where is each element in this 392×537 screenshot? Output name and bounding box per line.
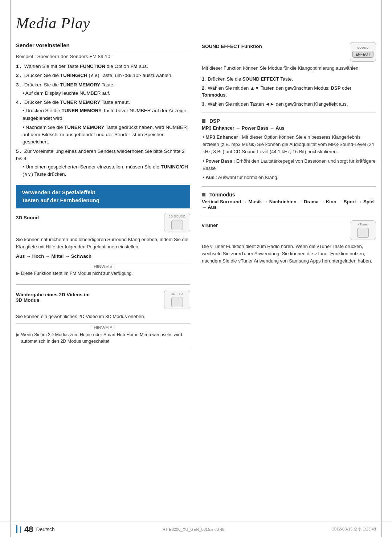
sound-effect-row: SOUND EFFECT Funktion SOUND EFFECT: [202, 42, 376, 62]
step-4: 4 . Drücken Sie die TUNER MEMORY Taste e…: [16, 99, 190, 146]
vtuner-btn-label: vTuner: [358, 223, 368, 227]
page-wrapper: Media Play Sender voreinstellen Beispiel…: [0, 0, 392, 537]
feature-3d-sound-label: 3D Sound: [16, 213, 159, 220]
vtuner-btn-circle: [357, 228, 369, 238]
section-intro: Beispiel : Speichern des Senders FM 89.1…: [16, 54, 190, 59]
step-4-bullet-1: Drücken Sie die TUNER MEMORY Taste bevor…: [23, 107, 190, 122]
footer-page-bar: |: [16, 525, 21, 533]
content-area: Media Play Sender voreinstellen Beispiel…: [16, 0, 376, 373]
footer: | 48 Deutsch HT-E8200_XU_GER_0315.indd 4…: [0, 521, 392, 537]
left-column: Sender voreinstellen Beispiel : Speicher…: [16, 42, 190, 351]
feature-2d3d-row: Wiedergabe eines 2D Videos im 3D Modus 2…: [16, 290, 190, 309]
right-column: SOUND EFFECT Funktion SOUND EFFECT Mit d…: [202, 42, 376, 268]
step-2-num: 2 .: [16, 73, 21, 78]
dsp-square-bullet: [202, 119, 205, 123]
sound-effect-desc: Mit dieser Funktion können Sie Modus für…: [202, 65, 376, 72]
sound-btn-main: EFFECT: [352, 51, 374, 58]
divider-1: [16, 284, 190, 285]
feature-3d-flow: Aus → Hoch → Mittel → Schwach: [16, 253, 190, 259]
divider-right-1: [202, 113, 376, 113]
footer-date: 2012-03-15 오후 1:23:48: [332, 526, 376, 532]
step-3: 3 . Drücken Sie die TUNER MEMORY Taste. …: [16, 81, 190, 97]
step-4-bullets: Drücken Sie die TUNER MEMORY Taste bevor…: [16, 107, 190, 146]
hinweis-item-1: Diese Funktion steht im FM Modus nicht z…: [16, 270, 190, 277]
2d3d-btn-circle: [171, 297, 183, 307]
divider-right-3: [202, 215, 376, 215]
footer-lang: Deutsch: [36, 526, 55, 532]
step-5-num: 5 .: [16, 149, 21, 154]
3d-sound-btn-top: 3D SOUND: [169, 215, 185, 219]
two-column-layout: Sender voreinstellen Beispiel : Speicher…: [16, 42, 376, 351]
right-step-2: 2. Wählen Sie mit den ▲▼ Tasten den gewü…: [202, 85, 376, 99]
dsp-bullets: MP3 Enhancer : Mit dieser Option können …: [202, 134, 376, 181]
steps-list: 1 . Wählen Sie mit der Taste FUNCTION di…: [16, 63, 190, 178]
3d-sound-button: 3D SOUND: [164, 213, 190, 232]
dsp-section-title: DSP: [202, 118, 376, 124]
sound-effect-button: SOUND EFFECT: [350, 42, 376, 62]
feature-3d-sound-desc: Sie können natürlicheren und lebendigere…: [16, 236, 190, 251]
hinweis-box-1: | HINWEIS | Diese Funktion steht im FM M…: [16, 262, 190, 279]
dsp-bullet-1: MP3 Enhancer : Mit dieser Option können …: [202, 134, 376, 155]
step-1: 1 . Wählen Sie mit der Taste FUNCTION di…: [16, 63, 190, 70]
hinweis-box-2: | HINWEIS | Wenn Sie im 3D Modus zum Hom…: [16, 323, 190, 347]
3d-sound-btn-circle: [171, 220, 183, 230]
dsp-flow: MP3 Enhancer → Power Bass → Aus: [202, 125, 376, 131]
step-3-bullet-1: Auf dem Display leuchte NUMBER auf.: [23, 90, 190, 97]
step-5-bullets: Um einen gespeicherten Sender einzustell…: [16, 163, 190, 178]
vtuner-row: vTuner vTuner: [202, 220, 376, 240]
border-left: [10, 0, 11, 537]
hinweis-label-1: | HINWEIS |: [16, 264, 190, 269]
sound-btn-top: SOUND: [357, 46, 368, 50]
vtuner-desc: Die vTuner Funktion dient zum Radio höre…: [202, 243, 376, 265]
step-5: 5 . Zur Voreinstellung eines anderen Sen…: [16, 148, 190, 178]
footer-page-num: 48: [24, 525, 33, 534]
step-3-num: 3 .: [16, 82, 21, 88]
hinweis-label-2: | HINWEIS |: [16, 325, 190, 330]
footer-page: | 48 Deutsch: [16, 525, 55, 534]
right-step-1: 1. Drücken Sie die SOUND EFFECT Taste.: [202, 76, 376, 83]
page-title: Media Play: [16, 15, 376, 32]
dsp-bullet-2: Power Bass : Erhöht den Lautstärkepegel …: [202, 158, 376, 172]
section-heading-sender: Sender voreinstellen: [16, 42, 190, 50]
right-step-3: 3. Wählen Sie mit den Tasten ◄► den gewü…: [202, 101, 376, 108]
divider-right-2: [202, 186, 376, 187]
step-1-num: 1 .: [16, 64, 21, 69]
sound-effect-label: SOUND EFFECT Funktion: [202, 42, 350, 49]
feature-3d-sound-row: 3D Sound 3D SOUND: [16, 213, 190, 232]
footer-file: HT-E8200_XU_GER_0315.indd 48: [163, 527, 225, 532]
feature-2d3d-line2: 3D Modus: [16, 297, 40, 303]
2d3d-btn-top: 2D→3D: [171, 292, 183, 296]
feature-2d3d-desc: Sie können ein gewöhnliches 2D Video im …: [16, 313, 190, 320]
border-right: [381, 0, 382, 537]
step-2: 2 . Drücken Sie die TUNING/CH (∧∨) Taste…: [16, 72, 190, 79]
tonmodus-flow: Vertical Surround → Musik → Nachrichten …: [202, 199, 376, 210]
feature-2d3d-label: Wiedergabe eines 2D Videos im 3D Modus: [16, 290, 159, 303]
highlight-line1: Verwenden der Spezialeffekt: [22, 189, 95, 195]
highlight-line2: Tasten auf der Fernbedienung: [22, 197, 99, 203]
hinweis-item-2: Wenn Sie im 3D Modus zum Home oder Smart…: [16, 331, 190, 345]
tonmodus-section-title: Tonmodus: [202, 192, 376, 198]
2d3d-button: 2D→3D: [164, 290, 190, 309]
dsp-bullet-3: Aus : Auswahl für normalen Klang.: [202, 174, 376, 181]
highlight-box: Verwenden der Spezialeffekt Tasten auf d…: [16, 185, 190, 208]
feature-2d3d-line1: Wiedergabe eines 2D Videos im: [16, 292, 90, 297]
right-steps: 1. Drücken Sie die SOUND EFFECT Taste. 2…: [202, 76, 376, 107]
step-4-num: 4 .: [16, 99, 21, 105]
vtuner-label: vTuner: [202, 220, 350, 228]
tonmodus-square-bullet: [202, 193, 205, 196]
step-5-bullet-1: Um einen gespeicherten Sender einzustell…: [23, 163, 190, 178]
step-4-bullet-2: Nachdem Sie die TUNER MEMORY Taste gedrü…: [23, 124, 190, 146]
step-3-bullets: Auf dem Display leuchte NUMBER auf.: [16, 90, 190, 97]
vtuner-button: vTuner: [350, 220, 376, 240]
